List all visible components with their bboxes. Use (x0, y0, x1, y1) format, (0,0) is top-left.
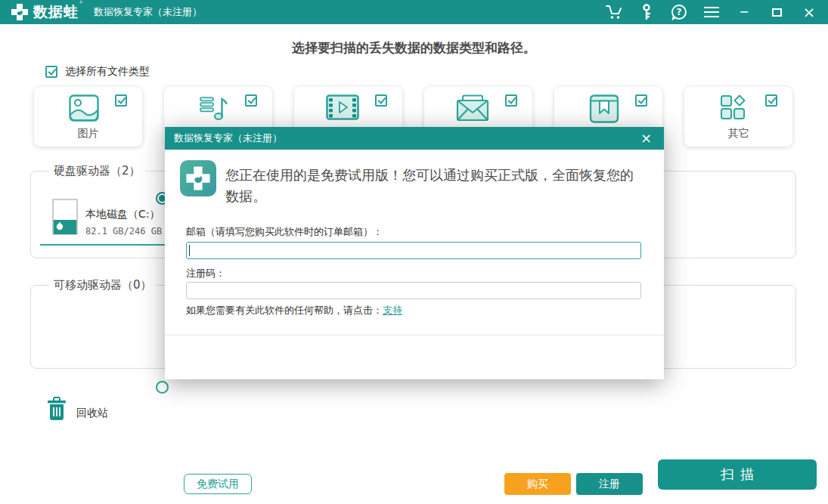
footer-divider (165, 335, 664, 335)
frog-cross-icon (185, 165, 211, 191)
trash-icon (47, 397, 67, 422)
help-line: 如果您需要有关此软件的任何帮助，请点击：支持 (186, 304, 402, 317)
file-type-card-image[interactable]: 图片 (34, 87, 142, 147)
file-type-checkbox-other[interactable] (765, 94, 777, 107)
brand-name: 数据蛙〃 (33, 2, 79, 22)
frog-cross-icon (11, 3, 29, 21)
help-text: 如果您需要有关此软件的任何帮助，请点击： (186, 305, 383, 316)
help-glyph: ? (677, 7, 682, 17)
email-label: 邮箱（请填写您购买此软件时的订单邮箱）： (186, 225, 383, 239)
app-logo: 数据蛙〃 (11, 2, 79, 22)
dialog-titlebar: 数据恢复专家（未注册） × (165, 127, 664, 150)
close-icon[interactable]: × (801, 4, 817, 20)
other-icon (719, 94, 749, 122)
recycle-bin-item[interactable]: 回收站 (47, 397, 108, 422)
free-trial-button[interactable]: 免费试用 (184, 474, 252, 494)
text-caret (189, 245, 190, 256)
audio-icon (199, 94, 229, 122)
page-title: 选择要扫描的丢失数据的数据类型和路径。 (0, 39, 828, 57)
select-all-label: 选择所有文件类型 (65, 65, 150, 79)
cart-icon[interactable] (606, 4, 622, 20)
file-type-checkbox-video[interactable] (375, 94, 387, 107)
selected-drive-underline (40, 244, 166, 246)
code-input[interactable] (186, 282, 641, 299)
select-all-filetypes[interactable]: 选择所有文件类型 (45, 65, 150, 79)
removable-drives-title: 可移动驱动器（0） (49, 278, 157, 292)
minimize-icon[interactable]: − (736, 4, 752, 20)
file-type-checkbox-image[interactable] (115, 94, 127, 107)
trial-message: 您正在使用的是免费试用版！您可以通过购买正式版，全面恢复您的数据。 (225, 165, 646, 207)
brand-mark: 〃 (78, 0, 85, 7)
email-icon (456, 94, 489, 122)
menu-icon[interactable] (703, 4, 720, 20)
dialog-close-icon[interactable]: × (637, 131, 655, 145)
video-icon (326, 94, 359, 120)
image-icon (69, 94, 99, 122)
key-icon[interactable] (638, 4, 655, 20)
file-type-label: 其它 (684, 127, 792, 141)
recycle-bin-label: 回收站 (76, 407, 108, 422)
drive-row-local-disk-c[interactable]: 本地磁盘（C:） 82.1 GB/246 GB (52, 199, 162, 237)
help-icon[interactable]: ? (671, 4, 687, 20)
maximize-icon[interactable] (768, 4, 785, 20)
recycle-bin-radio[interactable] (156, 381, 169, 394)
support-link[interactable]: 支持 (383, 305, 402, 316)
hard-drives-title: 硬盘驱动器（2） (49, 164, 145, 178)
file-type-label: 图片 (34, 127, 142, 141)
select-all-checkbox[interactable] (45, 66, 57, 78)
file-type-checkbox-audio[interactable] (245, 94, 257, 107)
dialog-app-logo (180, 160, 216, 196)
file-type-card-other[interactable]: 其它 (684, 87, 792, 147)
email-input[interactable] (186, 242, 641, 259)
titlebar: 数据蛙〃 数据恢复专家（未注册） ? − × (0, 0, 828, 24)
dialog-title: 数据恢复专家（未注册） (174, 131, 282, 145)
scan-button[interactable]: 扫描 (658, 459, 817, 490)
window-title: 数据恢复专家（未注册） (94, 5, 202, 19)
document-icon (589, 94, 619, 123)
register-button[interactable]: 注册 (576, 473, 643, 495)
code-label: 注册码： (186, 267, 225, 280)
file-type-checkbox-document[interactable] (635, 94, 647, 107)
disk-icon (52, 199, 78, 237)
drive-capacity: 82.1 GB/246 GB (85, 226, 162, 237)
registration-dialog: 数据恢复专家（未注册） × 您正在使用的是免费试用版！您可以通过购买正式版，全面… (165, 127, 664, 379)
drive-name: 本地磁盘（C:） (85, 208, 162, 221)
buy-button[interactable]: 购买 (504, 473, 571, 495)
file-type-checkbox-email[interactable] (505, 94, 517, 107)
